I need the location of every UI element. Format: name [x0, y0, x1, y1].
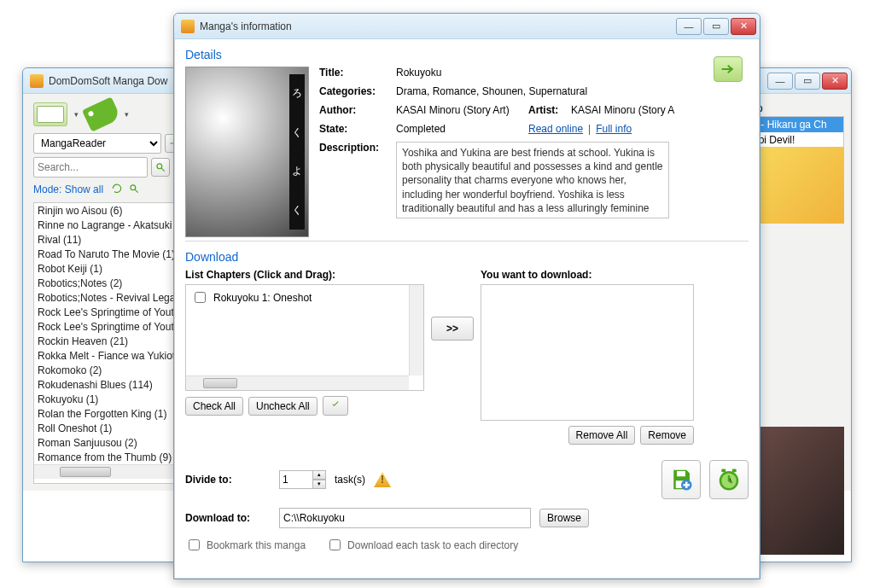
- state-label: State:: [319, 123, 396, 135]
- list-item[interactable]: Rinjin wo Aisou (6): [34, 203, 195, 218]
- uncheck-all-button[interactable]: Uncheck All: [248, 397, 318, 416]
- title-value: Rokuyoku: [396, 67, 749, 79]
- remove-all-button[interactable]: Remove All: [568, 426, 636, 445]
- list-item[interactable]: Rokudenashi Blues (114): [34, 377, 195, 392]
- avatar-top: [750, 147, 844, 224]
- maximize-button[interactable]: ▭: [795, 73, 820, 90]
- description-label: Description:: [319, 142, 396, 154]
- svg-point-0: [157, 164, 162, 169]
- state-value: Completed: [396, 123, 528, 135]
- save-icon-button[interactable]: [661, 460, 701, 499]
- manga-info-window: Manga's information — ▭ ✕ Details ろくよく T…: [173, 13, 760, 579]
- vertical-scrollbar[interactable]: [409, 285, 423, 376]
- download-path-input[interactable]: [279, 508, 531, 528]
- search-button[interactable]: [151, 158, 170, 177]
- tasks-label: task(s): [335, 474, 365, 486]
- check-all-button[interactable]: Check All: [185, 397, 243, 416]
- calendar-icon[interactable]: [33, 102, 67, 126]
- remove-button[interactable]: Remove: [640, 426, 694, 445]
- svg-line-3: [135, 189, 138, 193]
- close-button[interactable]: ✕: [822, 73, 848, 90]
- list-item[interactable]: Rock Lee's Springtime of Youth S: [34, 319, 195, 334]
- list-item[interactable]: Rolan the Forgotten King (1): [34, 406, 195, 421]
- categories-value: Drama, Romance, Shounen, Supernatural: [396, 85, 749, 97]
- tag-icon[interactable]: [82, 96, 121, 131]
- list-item[interactable]: Roman Sanjuusou (2): [34, 435, 195, 450]
- list-item[interactable]: Rock Lee's Springtime of Youth (: [34, 305, 195, 319]
- minimize-button[interactable]: —: [676, 18, 702, 35]
- list-item[interactable]: Robot Keiji (1): [34, 261, 195, 276]
- horizontal-scrollbar[interactable]: [34, 464, 195, 479]
- confirm-button[interactable]: [323, 396, 348, 416]
- browse-button[interactable]: Browse: [539, 509, 589, 527]
- read-online-link[interactable]: Read online: [528, 123, 583, 135]
- artist-label: Artist:: [528, 104, 571, 116]
- horizontal-scrollbar[interactable]: [186, 376, 409, 390]
- list-item[interactable]: Rival (11): [34, 232, 195, 247]
- each-directory-checkbox[interactable]: Download each task to each directory: [326, 537, 518, 553]
- download-header: Download: [185, 250, 749, 264]
- spin-up[interactable]: ▴: [313, 470, 326, 480]
- search-input[interactable]: [33, 157, 148, 178]
- spin-down[interactable]: ▾: [313, 480, 326, 489]
- schedule-icon-button[interactable]: [709, 460, 749, 499]
- artist-value: KASAI Minoru (Story A: [571, 104, 749, 116]
- description-text[interactable]: Yoshika and Yukina are best friends at s…: [396, 142, 669, 218]
- list-item[interactable]: Roll Oneshot (1): [34, 421, 195, 435]
- chapters-listbox[interactable]: Rokuyoku 1: Oneshot: [185, 284, 424, 391]
- manga-list[interactable]: Rinjin wo Aisou (6)Rinne no Lagrange - A…: [33, 202, 195, 484]
- author-label: Author:: [319, 104, 396, 116]
- cover-image: ろくよく: [185, 67, 309, 237]
- svg-rect-9: [732, 469, 737, 473]
- app-icon: [181, 20, 195, 33]
- svg-point-2: [131, 185, 136, 190]
- minimize-button[interactable]: —: [767, 73, 793, 90]
- bookmark-checkbox[interactable]: Bookmark this manga: [185, 537, 306, 553]
- refresh-mode-icon[interactable]: [111, 183, 123, 195]
- list-item[interactable]: Rockin Heaven (21): [34, 334, 195, 348]
- svg-rect-5: [677, 471, 685, 476]
- mode-link[interactable]: Show all: [65, 183, 103, 195]
- app-icon: [30, 74, 44, 88]
- list-item[interactable]: Rokuyoku (1): [34, 392, 195, 406]
- full-info-link[interactable]: Full info: [596, 123, 632, 135]
- categories-label: Categories:: [319, 85, 396, 97]
- warning-icon: !: [374, 472, 391, 487]
- list-item[interactable]: Road To Naruto The Movie (1): [34, 247, 195, 261]
- list-item[interactable]: Rokka Melt - Fiance wa Yukiotok: [34, 348, 195, 363]
- download-to-label: Download to:: [185, 512, 271, 524]
- details-header: Details: [185, 48, 749, 61]
- want-download-listbox[interactable]: [481, 284, 694, 421]
- title-label: Title:: [319, 67, 396, 79]
- toolbar-dropdown-2[interactable]: ▾: [125, 110, 129, 119]
- svg-line-1: [161, 168, 165, 172]
- divide-spinner[interactable]: ▴▾: [279, 470, 326, 489]
- move-right-button[interactable]: >>: [431, 317, 474, 341]
- author-value: KASAI Minoru (Story Art): [396, 104, 528, 116]
- close-button[interactable]: ✕: [731, 18, 756, 35]
- list-item[interactable]: Robotics;Notes - Revival Legacy: [34, 290, 195, 305]
- list-item[interactable]: Romance from the Thumb (9): [34, 450, 195, 464]
- list-item[interactable]: Rokuyoku 1: Oneshot: [189, 288, 420, 306]
- avatar-bottom: [750, 427, 844, 555]
- source-select[interactable]: MangaReader: [33, 133, 161, 154]
- divide-label: Divide to:: [185, 474, 271, 486]
- info-window-title: Manga's information: [200, 20, 676, 32]
- list-item[interactable]: Rokomoko (2): [34, 363, 195, 377]
- maximize-button[interactable]: ▭: [703, 18, 729, 35]
- chapter-checkbox[interactable]: [195, 292, 206, 303]
- want-download-label: You want to download:: [481, 269, 694, 281]
- list-chapters-label: List Chapters (Click and Drag):: [185, 269, 424, 281]
- svg-rect-8: [721, 469, 725, 473]
- list-item[interactable]: Rinne no Lagrange - Akatsuki no: [34, 218, 195, 232]
- go-button[interactable]: [714, 56, 743, 82]
- info-titlebar[interactable]: Manga's information — ▭ ✕: [174, 14, 760, 39]
- toolbar-dropdown-1[interactable]: ▾: [74, 110, 79, 119]
- search-mode-icon[interactable]: [128, 183, 140, 195]
- list-item[interactable]: Robotics;Notes (2): [34, 276, 195, 290]
